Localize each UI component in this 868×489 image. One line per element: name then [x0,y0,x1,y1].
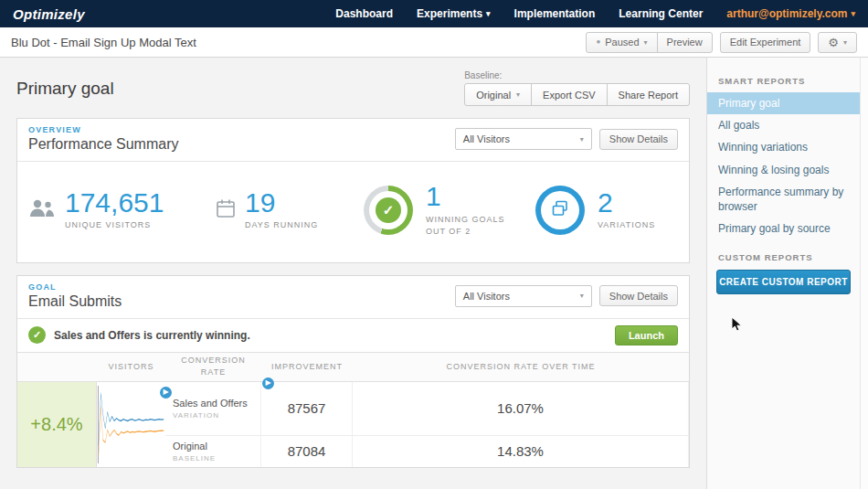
winning-banner: ✓ Sales and Offers is currently winning.… [17,319,689,353]
scrollbar-track[interactable] [860,58,868,489]
winning-goals-donut: ✓ [364,186,413,235]
overview-card: OVERVIEW Performance Summary All Visitor… [16,118,690,263]
overview-title: Performance Summary [28,136,179,153]
variations-donut [535,186,585,235]
unique-visitors-label: UNIQUE VISITORS [65,219,164,232]
caret-down-icon: ▾ [843,38,847,47]
paused-status-button[interactable]: ● Paused ▾ [586,32,657,53]
sidebar-item-performance-by-browser[interactable]: Performance summary by browser [707,181,860,218]
optimizely-logo[interactable]: Optimizely [13,6,85,22]
winning-goals-value: 1 [426,182,526,211]
preview-button[interactable]: Preview [657,32,713,53]
create-custom-report-button[interactable]: CREATE CUSTOM REPORT [716,270,851,294]
export-csv-button[interactable]: Export CSV [531,83,607,106]
page-title: Primary goal [16,79,114,99]
variation-visitors-cell: 87567 [261,382,353,436]
edit-experiment-button[interactable]: Edit Experiment [720,32,811,53]
baseline-visitors-cell: 87084 [261,436,353,467]
stat-variations: 2 VARIATIONS [535,186,655,235]
sidebar-item-primary-goal[interactable]: Primary goal [707,92,860,114]
nav-learning-center[interactable]: Learning Center [619,7,703,20]
column-header-improvement: IMPROVEMENT [261,353,353,382]
visitors-people-icon [28,199,56,221]
baseline-select[interactable]: Original ▾ [464,83,532,106]
caret-down-icon: ▾ [516,90,520,99]
sidebar-item-all-goals[interactable]: All goals [707,114,860,136]
check-icon: ✓ [376,197,401,223]
days-running-value: 19 [245,188,318,218]
caret-down-icon: ▾ [580,292,584,300]
segment-popover-arrow-icon[interactable]: ▶ [160,387,172,399]
nav-dashboard[interactable]: Dashboard [335,7,393,20]
winning-banner-text: Sales and Offers is currently winning. [54,329,250,342]
smart-reports-header: SMART REPORTS [707,76,860,86]
results-table: VISITORS CONVERSION RATE IMPROVEMENT CON… [17,353,689,467]
table-row-baseline-name: Original BASELINE [165,436,261,467]
stat-days-running: 19 DAYS RUNNING [216,188,364,232]
reports-sidebar: SMART REPORTS Primary goal All goals Win… [706,58,860,489]
column-header-visitors: VISITORS [97,353,165,382]
report-toolbar: Baseline: Original ▾ Export CSV Share Re… [464,70,690,106]
sidebar-item-primary-goal-by-source[interactable]: Primary goal by source [707,218,860,239]
goal-card: GOAL Email Submits All Visitors ▾ Show D… [16,275,690,468]
variations-label: VARIATIONS [598,219,655,232]
variations-layers-icon [550,198,570,222]
nav-links: Dashboard Experiments ▾ Implementation L… [335,7,855,20]
column-header-blank [17,353,97,382]
overview-segment-select[interactable]: All Visitors ▾ [455,128,592,150]
caret-down-icon: ▾ [644,38,648,47]
check-icon: ✓ [28,326,46,344]
table-row-variation-name: Sales and Offers VARIATION [165,382,261,436]
days-running-label: DAYS RUNNING [245,219,318,232]
unique-visitors-value: 174,651 [65,188,164,218]
variations-value: 2 [598,188,655,218]
baseline-rate-cell: 14.83% [353,436,689,467]
stat-winning-goals: ✓ 1 WINNING GOALS OUT OF 2 [364,182,535,239]
caret-down-icon: ▾ [851,10,855,18]
experiment-header: Blu Dot - Email Sign Up Modal Text ● Pau… [0,27,868,58]
nav-experiments[interactable]: Experiments ▾ [417,7,491,20]
variation-rate-cell: 16.07% [353,382,689,436]
overview-show-details-button[interactable]: Show Details [599,129,678,150]
winning-goals-label: WINNING GOALS OUT OF 2 [426,214,526,239]
column-header-conversion-rate: CONVERSION RATE [165,353,261,382]
caret-down-icon: ▾ [486,10,491,18]
overview-eyebrow: OVERVIEW [28,125,179,134]
calendar-icon [216,198,236,222]
column-header-chart: CONVERSION RATE OVER TIME [353,353,689,382]
sidebar-item-winning-losing-goals[interactable]: Winning & losing goals [707,159,860,181]
experiment-title: Blu Dot - Email Sign Up Modal Text [11,36,196,49]
improvement-cell: +8.4% [17,382,97,467]
conversion-chart [97,382,165,467]
segment-popover-arrow-icon[interactable]: ▶ [262,377,274,389]
caret-down-icon: ▾ [580,135,584,144]
top-navbar: Optimizely Dashboard Experiments ▾ Imple… [0,0,868,27]
account-menu[interactable]: arthur@optimizely.com ▾ [726,7,855,20]
settings-button[interactable]: ⚙ ▾ [818,32,857,53]
baseline-label: Baseline: [464,70,690,80]
custom-reports-header: CUSTOM REPORTS [707,252,860,262]
goal-show-details-button[interactable]: Show Details [599,285,678,306]
gear-icon: ⚙ [828,37,839,48]
conversion-chart-svg [97,382,165,467]
stat-unique-visitors: 174,651 UNIQUE VISITORS [28,188,216,232]
goal-eyebrow: GOAL [28,282,122,292]
report-main: Primary goal Baseline: Original ▾ Export… [0,58,706,489]
share-report-button[interactable]: Share Report [607,83,690,106]
goal-segment-select[interactable]: All Visitors ▾ [455,285,592,307]
sidebar-item-winning-variations[interactable]: Winning variations [707,136,860,158]
launch-button[interactable]: Launch [615,325,678,345]
goal-title: Email Submits [28,293,122,310]
nav-implementation[interactable]: Implementation [514,7,596,20]
status-dot-icon: ● [596,38,600,46]
